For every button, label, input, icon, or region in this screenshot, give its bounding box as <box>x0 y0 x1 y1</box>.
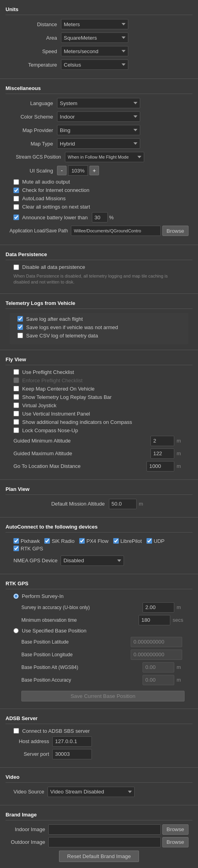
vertical-panel-row: Use Vertical Instrument Panel <box>6 411 192 417</box>
preflight-checkbox[interactable] <box>13 369 19 375</box>
guided-min-label: Guided Minimum Altitude <box>13 438 150 444</box>
base-accuracy-input[interactable] <box>143 675 174 685</box>
adsb-port-input[interactable] <box>52 749 92 759</box>
save-base-button[interactable]: Save Current Base Position <box>21 691 185 701</box>
save-csv-checkbox[interactable] <box>17 333 23 338</box>
base-longitude-row: Base Position Longitude <box>21 650 185 660</box>
specified-base-radio[interactable] <box>13 628 19 633</box>
guided-max-unit: m <box>177 450 185 456</box>
save-even-checkbox[interactable] <box>17 324 23 330</box>
pixhawk-checkbox[interactable] <box>13 538 19 544</box>
rtk-gps-checkbox[interactable] <box>13 546 19 551</box>
guided-min-input[interactable] <box>150 436 174 446</box>
map-provider-select[interactable]: Bing <box>57 125 140 135</box>
go-to-input[interactable] <box>147 461 174 471</box>
adsb-connect-checkbox[interactable] <box>13 728 19 734</box>
lock-compass-checkbox[interactable] <box>13 427 19 433</box>
nmea-select[interactable]: Disabled <box>61 556 124 566</box>
map-provider-label: Map Provider <box>10 127 53 133</box>
video-source-label: Video Source <box>13 789 44 795</box>
mute-checkbox[interactable] <box>13 179 19 185</box>
base-latitude-label: Base Position Latitude <box>21 639 131 645</box>
path-row: Application Load/Save Path Browse <box>6 226 192 236</box>
path-input[interactable] <box>71 226 160 236</box>
adsb-title: ADSB Server <box>6 713 192 724</box>
guided-max-input[interactable] <box>150 448 174 459</box>
map-type-select[interactable]: Hybrid <box>57 138 140 149</box>
outdoor-image-label: Outdoor Image <box>10 839 45 845</box>
libre-pilot-label: LibrePilot <box>120 538 142 544</box>
specified-base-fields: Base Position Latitude Base Position Lon… <box>13 637 185 703</box>
save-even-label: Save logs even if vehicle was not armed <box>26 324 118 330</box>
rtk-gps-title: RTK GPS <box>6 578 192 589</box>
outdoor-image-input[interactable] <box>48 837 161 847</box>
battery-checkbox[interactable] <box>13 215 19 220</box>
survey-in-fields: Survey in accuracy (U-blox only) m Minim… <box>13 602 185 625</box>
path-browse-button[interactable]: Browse <box>162 226 188 236</box>
indoor-image-row: Indoor Image Browse <box>6 824 192 835</box>
stream-gcs-select[interactable]: When in Follow Me Flight Mode <box>65 152 144 162</box>
language-row: Language System <box>6 98 192 108</box>
survey-accuracy-input[interactable] <box>143 602 174 613</box>
speed-row: Speed Meters/second <box>6 46 192 56</box>
map-type-label: Map Type <box>10 141 53 147</box>
stream-gcs-row: Stream GCS Position When in Follow Me Fl… <box>6 152 192 162</box>
base-alt-input[interactable] <box>143 662 174 673</box>
guided-max-row: Guided Maximum Altitude m <box>6 448 192 459</box>
internet-checkbox[interactable] <box>13 188 19 193</box>
udp-item: UDP <box>147 538 164 544</box>
adsb-host-input[interactable] <box>52 736 92 747</box>
video-source-select[interactable]: Video Stream Disabled <box>48 787 135 797</box>
ui-scaling-plus-button[interactable]: + <box>89 166 99 175</box>
sik-radio-checkbox[interactable] <box>44 538 50 544</box>
autoconnect-devices-row: Pixhawk SiK Radio PX4 Flow LibrePilot UD… <box>6 537 192 553</box>
color-scheme-select[interactable]: Indoor <box>57 111 140 122</box>
default-altitude-input[interactable] <box>109 499 137 509</box>
survey-accuracy-label: Survey in accuracy (U-blox only) <box>21 605 143 610</box>
adsb-connect-row: Connect to ADSB SBS server <box>6 728 192 734</box>
survey-in-radio[interactable] <box>13 594 19 599</box>
vertical-panel-checkbox[interactable] <box>13 411 19 416</box>
base-longitude-input[interactable] <box>131 650 182 660</box>
map-provider-row: Map Provider Bing <box>6 125 192 135</box>
ui-scaling-row: UI Scaling - 103% + <box>6 165 192 176</box>
reset-brand-button[interactable]: Reset Default Brand Image <box>59 851 139 862</box>
libre-pilot-checkbox[interactable] <box>113 538 119 544</box>
autoload-label: AutoLoad Missions <box>22 195 66 201</box>
language-select[interactable]: System <box>57 98 140 108</box>
px4-flow-label: PX4 Flow <box>86 538 109 544</box>
internet-row: Check for Internet connection <box>6 187 192 193</box>
clear-settings-checkbox[interactable] <box>13 204 19 210</box>
outdoor-image-browse-button[interactable]: Browse <box>162 837 188 847</box>
guided-min-unit: m <box>177 438 185 444</box>
autoload-checkbox[interactable] <box>13 196 19 201</box>
mute-row: Mute all audio output <box>6 179 192 185</box>
indoor-image-browse-button[interactable]: Browse <box>162 824 188 835</box>
go-to-unit: m <box>177 463 185 469</box>
battery-value-input[interactable] <box>92 212 108 222</box>
save-csv-row: Save CSV log of telemetry data <box>10 333 188 339</box>
keep-map-checkbox[interactable] <box>13 386 19 391</box>
speed-select[interactable]: Meters/second <box>61 46 128 56</box>
additional-heading-checkbox[interactable] <box>13 419 19 425</box>
speed-label: Speed <box>10 48 57 54</box>
temperature-select[interactable]: Celsius <box>61 59 128 70</box>
ui-scaling-minus-button[interactable]: - <box>57 166 67 175</box>
rtk-gps-label: RTK GPS <box>21 546 43 552</box>
adsb-port-row: Server port <box>6 749 192 759</box>
virtual-joystick-checkbox[interactable] <box>13 402 19 408</box>
udp-checkbox[interactable] <box>147 538 152 544</box>
area-select[interactable]: SquareMeters <box>61 33 128 43</box>
save-after-checkbox[interactable] <box>17 316 23 322</box>
distance-row: Distance Meters <box>6 19 192 29</box>
show-telemetry-checkbox[interactable] <box>13 394 19 400</box>
px4-flow-checkbox[interactable] <box>79 538 85 544</box>
min-observation-input[interactable] <box>139 615 170 625</box>
survey-accuracy-row: Survey in accuracy (U-blox only) m <box>21 602 185 613</box>
color-scheme-label: Color Scheme <box>10 114 53 120</box>
base-latitude-input[interactable] <box>131 637 182 647</box>
video-section: Video Video Source Video Stream Disabled <box>0 768 198 805</box>
distance-select[interactable]: Meters <box>61 19 128 29</box>
indoor-image-input[interactable] <box>48 824 161 835</box>
disable-persistence-checkbox[interactable] <box>13 264 19 270</box>
